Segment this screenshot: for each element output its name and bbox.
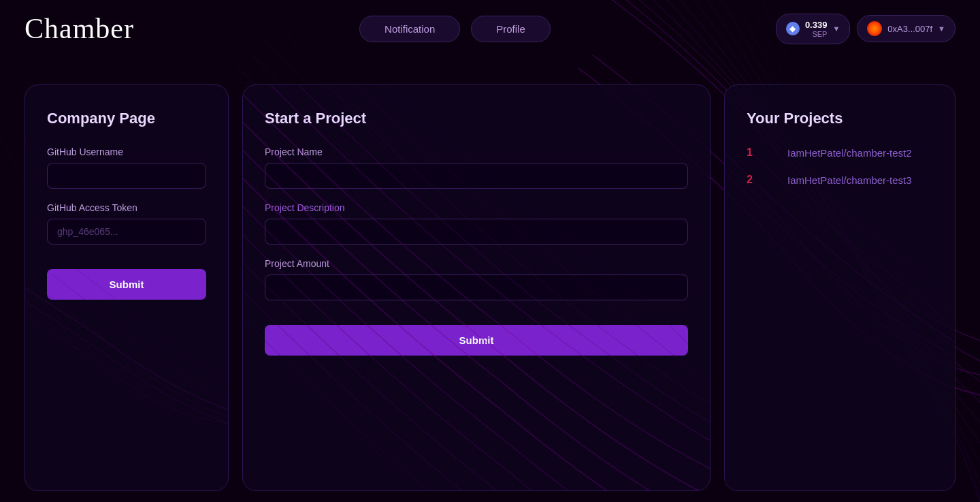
- github-username-group: GitHub Username: [47, 146, 206, 189]
- profile-button[interactable]: Profile: [471, 16, 551, 42]
- project-description-group: Project Description: [265, 202, 688, 245]
- chevron-down-icon: ▼: [832, 25, 840, 33]
- project-amount-input[interactable]: [265, 274, 688, 300]
- project-row-1: 1 IamHetPatel/chamber-test2: [747, 146, 933, 159]
- main-content: Company Page GitHub Username GitHub Acce…: [0, 57, 980, 491]
- project-row-2: 2 IamHetPatel/chamber-test3: [747, 174, 933, 186]
- github-username-input[interactable]: [47, 163, 206, 189]
- company-submit-button[interactable]: Submit: [47, 269, 206, 300]
- wallet-button[interactable]: 0xA3...007f ▼: [857, 15, 956, 42]
- notification-button[interactable]: Notification: [359, 16, 460, 42]
- header: Chamber Notification Profile ◆ 0.339 SEP…: [0, 0, 980, 57]
- project-name-group: Project Name: [265, 146, 688, 189]
- network-button[interactable]: ◆ 0.339 SEP ▼: [776, 14, 850, 44]
- github-token-group: GitHub Access Token: [47, 202, 206, 245]
- project-num-1: 1: [747, 146, 760, 159]
- wallet-avatar-icon: [867, 21, 882, 36]
- wallet-address: 0xA3...007f: [887, 24, 932, 34]
- project-amount-label: Project Amount: [265, 258, 688, 269]
- project-link-2[interactable]: IamHetPatel/chamber-test3: [787, 174, 912, 186]
- network-info: 0.339 SEP: [805, 20, 828, 38]
- company-page-card: Company Page GitHub Username GitHub Acce…: [24, 84, 229, 491]
- project-description-label: Project Description: [265, 202, 688, 213]
- ethereum-icon: ◆: [786, 22, 800, 35]
- nav-right: ◆ 0.339 SEP ▼ 0xA3...007f ▼: [776, 14, 956, 44]
- project-num-2: 2: [747, 174, 760, 186]
- project-amount-group: Project Amount: [265, 258, 688, 300]
- wallet-chevron-icon: ▼: [938, 25, 945, 33]
- network-unit: SEP: [805, 30, 828, 38]
- project-name-label: Project Name: [265, 146, 688, 157]
- projects-list: 1 IamHetPatel/chamber-test2 2 IamHetPate…: [747, 146, 933, 186]
- company-page-title: Company Page: [47, 110, 206, 127]
- project-description-input[interactable]: [265, 219, 688, 245]
- start-project-title: Start a Project: [265, 110, 688, 127]
- your-projects-title: Your Projects: [747, 110, 933, 127]
- nav-center: Notification Profile: [359, 16, 551, 42]
- network-amount: 0.339: [805, 20, 828, 30]
- logo: Chamber: [24, 12, 134, 45]
- github-username-label: GitHub Username: [47, 146, 206, 157]
- github-token-label: GitHub Access Token: [47, 202, 206, 213]
- project-name-input[interactable]: [265, 163, 688, 189]
- project-submit-button[interactable]: Submit: [265, 325, 688, 356]
- start-project-card: Start a Project Project Name Project Des…: [242, 84, 710, 491]
- project-link-1[interactable]: IamHetPatel/chamber-test2: [787, 147, 912, 159]
- your-projects-card: Your Projects 1 IamHetPatel/chamber-test…: [724, 84, 956, 491]
- github-token-input[interactable]: [47, 219, 206, 245]
